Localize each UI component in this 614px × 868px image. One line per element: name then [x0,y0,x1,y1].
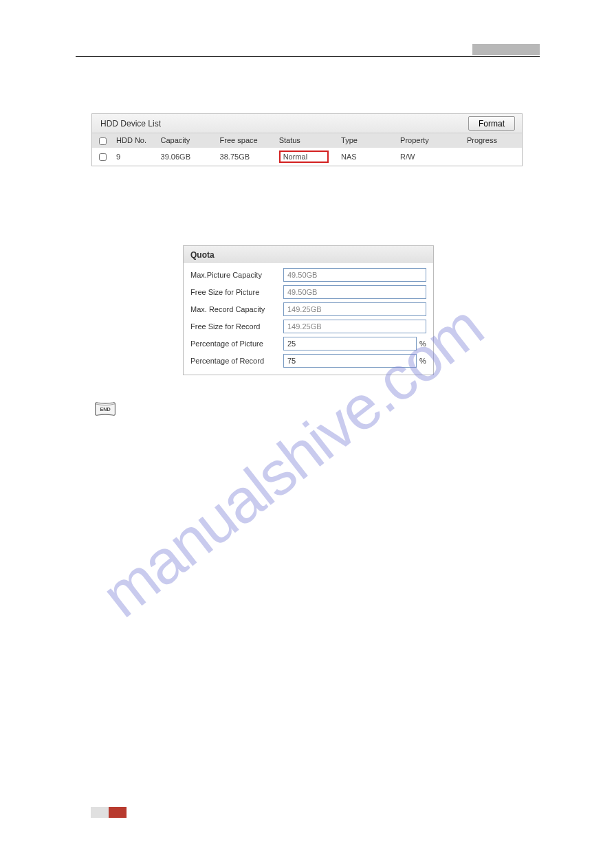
row-hdd-no: 9 [112,148,157,166]
property-header: Property [396,133,463,148]
header-rule [76,56,540,57]
quota-row-pct-rec: Percentage of Record % [190,354,426,368]
free-size-picture-field[interactable] [283,285,426,299]
row-type: NAS [337,148,396,166]
free-size-picture-label: Free Size for Picture [190,288,283,296]
select-all-checkbox[interactable] [99,137,107,145]
row-status-cell: Normal [275,148,337,166]
hdd-panel-title: HDD Device List [100,119,161,129]
quota-title: Quota [184,246,433,263]
quota-body: Max.Picture Capacity Free Size for Pictu… [184,263,433,375]
row-free: 38.75GB [216,148,275,166]
quota-row-max-rec: Max. Record Capacity [190,302,426,316]
row-select-cell [92,148,112,166]
quota-panel: Quota Max.Picture Capacity Free Size for… [183,245,434,375]
select-all-header [92,133,112,148]
row-progress [463,148,522,166]
quota-row-free-rec: Free Size for Record [190,320,426,333]
type-header: Type [337,133,396,148]
table-row: 9 39.06GB 38.75GB Normal NAS R/W [92,148,522,166]
format-button[interactable]: Format [468,116,515,131]
header-accent [472,44,540,55]
percentage-picture-suffix: % [417,340,426,348]
progress-header: Progress [463,133,522,148]
hdd-table: HDD No. Capacity Free space Status Type … [92,133,522,166]
max-picture-capacity-label: Max.Picture Capacity [190,271,283,279]
percentage-record-suffix: % [417,357,426,365]
svg-text:END: END [100,406,110,412]
footer-block-grey [91,807,109,818]
quota-row-pct-pic: Percentage of Picture % [190,337,426,350]
row-capacity: 39.06GB [157,148,216,166]
quota-row-free-pic: Free Size for Picture [190,285,426,299]
footer-block-red [109,807,127,818]
table-header-row: HDD No. Capacity Free space Status Type … [92,133,522,148]
capacity-header: Capacity [157,133,216,148]
free-size-record-label: Free Size for Record [190,322,283,331]
quota-row-max-pic: Max.Picture Capacity [190,268,426,282]
free-header: Free space [216,133,275,148]
hdd-device-list-panel: HDD Device List Format HDD No. Capacity … [91,113,523,166]
percentage-picture-label: Percentage of Picture [190,340,283,348]
percentage-picture-field[interactable] [283,337,417,350]
row-checkbox[interactable] [99,153,107,161]
status-header: Status [275,133,337,148]
max-picture-capacity-field[interactable] [283,268,426,282]
end-icon: END [93,400,118,418]
percentage-record-field[interactable] [283,354,417,368]
hdd-panel-header: HDD Device List Format [92,114,522,133]
free-size-record-field[interactable] [283,320,426,333]
footer-blocks [91,807,127,818]
percentage-record-label: Percentage of Record [190,357,283,365]
row-status: Normal [279,151,329,163]
max-record-capacity-label: Max. Record Capacity [190,305,283,313]
hdd-no-header: HDD No. [112,133,157,148]
max-record-capacity-field[interactable] [283,302,426,316]
row-property: R/W [396,148,463,166]
